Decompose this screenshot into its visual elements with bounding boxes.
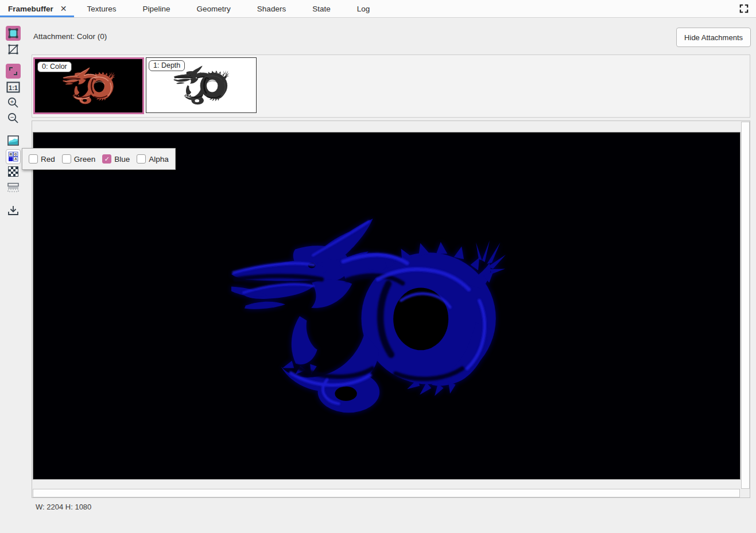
array-slice-button[interactable] (6, 180, 21, 194)
fullscreen-icon[interactable] (732, 0, 756, 17)
svg-text:A: A (14, 157, 17, 161)
channel-popup: ✓ Red ✓ Green ✓ Blue ✓ Alpha (22, 148, 176, 170)
empty-square-diagonal-icon (7, 43, 20, 56)
one-to-one-icon: 1:1 (6, 81, 20, 93)
tab-bar: Framebuffer ✕ Textures Pipeline Geometry… (0, 0, 756, 18)
zoom-in-icon: + (7, 96, 20, 109)
tab-label: Framebuffer (8, 5, 53, 13)
tab-log[interactable]: Log (344, 0, 383, 17)
framebuffer-image[interactable] (33, 132, 741, 480)
attachment-label: Attachment: Color (0) (33, 32, 107, 41)
attachments-strip: 0: Color 1: Depth (32, 55, 750, 118)
tonemap-image-button[interactable] (6, 133, 21, 148)
slice-icon (7, 182, 20, 192)
svg-text:G: G (14, 153, 17, 156)
tab-state[interactable]: State (299, 0, 344, 17)
fill-solid-toggle-button[interactable] (6, 26, 21, 41)
checkbox-label: Alpha (149, 155, 169, 164)
svg-text:R: R (10, 153, 13, 156)
framebuffer-window: Framebuffer ✕ Textures Pipeline Geometry… (0, 0, 756, 533)
alpha-checkerboard-button[interactable] (6, 164, 21, 179)
checkbox-label: Green (74, 155, 96, 164)
channel-checkbox-alpha[interactable]: ✓ Alpha (133, 154, 172, 164)
color-channels-button[interactable]: R G A (6, 149, 21, 164)
vertical-scrollbar[interactable] (741, 122, 750, 489)
hide-attachments-button[interactable]: Hide Attachments (676, 28, 751, 47)
tab-geometry[interactable]: Geometry (184, 0, 244, 17)
check-icon: ✓ (104, 155, 110, 163)
checkbox-label: Blue (114, 155, 130, 164)
zoom-in-button[interactable]: + (6, 95, 21, 110)
close-icon[interactable]: ✕ (60, 5, 67, 13)
fit-to-window-button[interactable] (6, 64, 21, 79)
horizontal-scrollbar[interactable] (33, 489, 740, 497)
framebuffer-viewport-panel (32, 120, 750, 498)
channel-checkbox-green[interactable]: ✓ Green (59, 154, 99, 164)
checkbox-box: ✓ (137, 154, 146, 164)
channel-checkbox-blue[interactable]: ✓ Blue (99, 154, 133, 164)
svg-text:−: − (10, 114, 14, 120)
zoom-out-button[interactable]: − (6, 111, 21, 126)
attachment-thumbnail-color[interactable]: 0: Color (33, 57, 144, 114)
attachment-badge: 0: Color (37, 61, 72, 72)
tab-textures[interactable]: Textures (74, 0, 130, 17)
tab-framebuffer[interactable]: Framebuffer ✕ (0, 0, 74, 17)
checkbox-box: ✓ (102, 154, 111, 164)
save-image-button[interactable] (6, 203, 21, 218)
attachment-thumbnail-depth[interactable]: 1: Depth (146, 57, 257, 113)
svg-text:+: + (10, 99, 14, 105)
fit-corners-icon (7, 65, 20, 77)
download-icon (7, 204, 20, 217)
rgba-channels-icon: R G A (7, 151, 19, 162)
checkerboard-icon (8, 166, 18, 177)
tab-pipeline[interactable]: Pipeline (130, 0, 184, 17)
tab-shaders[interactable]: Shaders (244, 0, 299, 17)
filled-square-icon (7, 27, 20, 40)
channel-checkbox-red[interactable]: ✓ Red (25, 154, 59, 164)
attachment-badge: 1: Depth (149, 60, 185, 71)
checkbox-box: ✓ (62, 154, 71, 164)
image-waves-icon (7, 135, 20, 146)
actual-size-button[interactable]: 1:1 (6, 80, 21, 95)
checkbox-label: Red (41, 155, 55, 164)
zoom-out-icon: − (7, 112, 20, 125)
image-dimensions-status: W: 2204 H: 1080 (36, 503, 91, 511)
checkbox-box: ✓ (29, 154, 38, 164)
svg-text:1:1: 1:1 (9, 84, 18, 91)
wireframe-toggle-button[interactable] (6, 42, 21, 57)
